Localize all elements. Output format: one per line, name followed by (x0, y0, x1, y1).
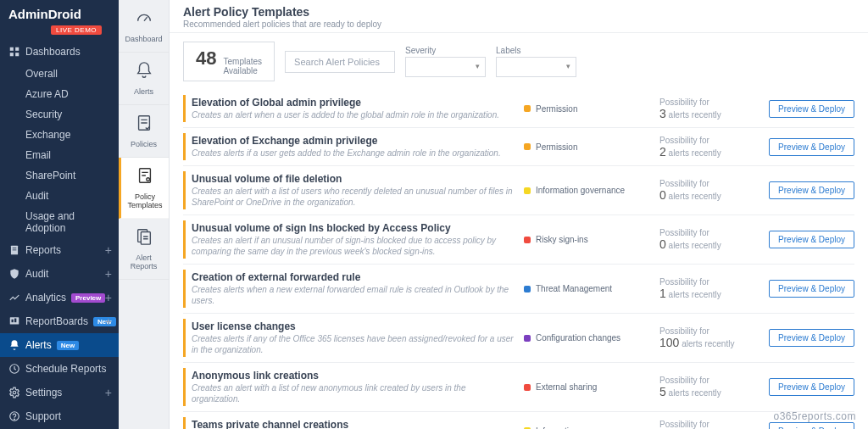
template-possibility: Possibility for 0 alerts recently (659, 228, 761, 251)
nav-reports[interactable]: Reports+ (0, 238, 119, 262)
search-input[interactable]: Search Alert Policies (285, 51, 395, 73)
preview-deploy-button[interactable]: Preview & Deploy (769, 329, 854, 347)
template-action: Preview & Deploy (761, 138, 854, 156)
template-main: Creation of external forwarded rule Crea… (192, 271, 524, 306)
bell-icon (135, 61, 153, 84)
tag-label: Information governance (536, 426, 625, 430)
analytics-icon (8, 292, 20, 304)
subnav-label: Dashboard (125, 35, 162, 43)
accent-bar (183, 95, 186, 122)
nav-badge: New (57, 341, 79, 350)
template-description: Creates an alert with a list of new anon… (192, 382, 515, 404)
template-count-label: Templates Available (223, 57, 262, 75)
template-title: Unusual volume of sign Ins blocked by Ac… (192, 222, 515, 234)
accent-bar (183, 319, 186, 357)
preview-deploy-button[interactable]: Preview & Deploy (769, 181, 854, 199)
nav-dashboards[interactable]: Dashboards (0, 40, 119, 64)
nav-reportboards[interactable]: ReportBoardsNew+ (0, 309, 119, 333)
template-title: Unusual volume of file deletion (192, 173, 515, 185)
expand-icon: + (105, 315, 112, 328)
template-count: 48 (196, 47, 216, 70)
template-description: Creates alerts when a new external forwa… (192, 284, 515, 306)
nav-analytics[interactable]: AnalyticsPreview+ (0, 286, 119, 309)
nav-label: Dashboards (25, 46, 81, 58)
template-tag: Configuration changes (524, 333, 659, 343)
page-header: Alert Policy Templates Recommended alert… (170, 0, 868, 33)
subnav-label: Policies (131, 140, 157, 148)
nav-sub-exchange[interactable]: Exchange (22, 125, 119, 145)
template-main: User license changes Creates alerts if a… (192, 320, 524, 355)
template-possibility: Possibility for 0 alerts recently (659, 179, 761, 202)
tag-label: Permission (536, 104, 577, 114)
alerts-recently-label: alerts recently (669, 388, 721, 398)
labels-select[interactable] (496, 57, 576, 77)
template-tag: Threat Management (524, 284, 659, 293)
accent-bar (183, 270, 186, 308)
possibility-count: 0 (659, 188, 666, 202)
schedule-icon (8, 363, 20, 375)
tag-dot-icon (524, 286, 531, 292)
tag-dot-icon (524, 335, 531, 342)
expand-icon: + (105, 386, 112, 399)
nav-sub-security[interactable]: Security (22, 104, 119, 125)
preview-deploy-button[interactable]: Preview & Deploy (769, 100, 854, 118)
watermark: o365reports.com (773, 410, 856, 422)
svg-rect-18 (141, 232, 150, 245)
template-main: Unusual volume of sign Ins blocked by Ac… (192, 222, 524, 257)
template-possibility: Possibility for 2 alerts recently (659, 136, 761, 159)
template-main: Elevation of Global admin privilege Crea… (192, 97, 524, 120)
possibility-count: 0 (659, 237, 666, 251)
nav-schedule-reports[interactable]: Schedule Reports (0, 357, 119, 381)
nav-sub-audit[interactable]: Audit (22, 186, 119, 206)
preview-deploy-button[interactable]: Preview & Deploy (769, 422, 854, 430)
alerts-recently-label: alerts recently (669, 290, 721, 299)
subnav-policies[interactable]: Policies (119, 105, 169, 158)
brand-logo: AdminDroid (0, 0, 119, 23)
template-title: Anonymous link creations (192, 370, 515, 382)
nav-support[interactable]: Support (0, 404, 119, 428)
subnav-alerts[interactable]: Alerts (119, 53, 169, 105)
nav-label: Support (25, 410, 61, 422)
preview-deploy-button[interactable]: Preview & Deploy (769, 280, 854, 298)
nav-alerts[interactable]: AlertsNew (0, 333, 119, 357)
tag-label: Threat Management (536, 284, 612, 293)
templates-list: Elevation of Global admin privilege Crea… (170, 90, 868, 429)
alerts-recently-label: alerts recently (669, 241, 721, 250)
subnav-policy-templates[interactable]: Policy Templates (119, 158, 169, 219)
dashboard-icon (8, 46, 20, 58)
template-title: Creation of external forwarded rule (192, 271, 515, 283)
nav-sub-azure-ad[interactable]: Azure AD (22, 84, 119, 104)
severity-select[interactable] (405, 57, 486, 77)
tag-dot-icon (524, 187, 531, 194)
preview-deploy-button[interactable]: Preview & Deploy (769, 378, 854, 396)
template-tag: Information governance (524, 426, 659, 430)
template-tag: External sharing (524, 382, 659, 392)
subnav-dashboard[interactable]: Dashboard (119, 0, 169, 53)
nav-settings[interactable]: Settings+ (0, 381, 119, 404)
svg-rect-3 (15, 53, 19, 56)
nav-audit[interactable]: Audit+ (0, 262, 119, 286)
possibility-count: 1 (659, 287, 666, 300)
template-action: Preview & Deploy (761, 100, 854, 118)
possibility-count: 3 (659, 107, 666, 120)
template-description: Creates an alert with a list of users wh… (192, 186, 515, 208)
nav-sub-email[interactable]: Email (22, 145, 119, 165)
nav-label: Settings (25, 387, 62, 398)
page-title: Alert Policy Templates (183, 5, 854, 19)
preview-deploy-button[interactable]: Preview & Deploy (769, 138, 854, 156)
subnav-alert-reports[interactable]: Alert Reports (119, 219, 169, 280)
nav-sub-sharepoint[interactable]: SharePoint (22, 165, 119, 186)
nav-sub-overall[interactable]: Overall (22, 64, 119, 84)
page-subtitle: Recommended alert policies that are read… (183, 20, 854, 29)
subnav-label: Policy Templates (125, 192, 165, 209)
template-action: Preview & Deploy (761, 378, 854, 396)
possibility-label: Possibility for (659, 228, 761, 237)
nav-label: Schedule Reports (25, 363, 106, 375)
subnav-label: Alerts (134, 87, 153, 96)
svg-rect-1 (15, 47, 19, 51)
preview-deploy-button[interactable]: Preview & Deploy (769, 231, 854, 248)
template-row: Anonymous link creations Creates an aler… (183, 363, 854, 412)
nav-sub-usage-and-adoption[interactable]: Usage and Adoption (22, 206, 119, 238)
gauge-icon (135, 8, 153, 31)
template-count-box: 48 Templates Available (183, 42, 275, 81)
